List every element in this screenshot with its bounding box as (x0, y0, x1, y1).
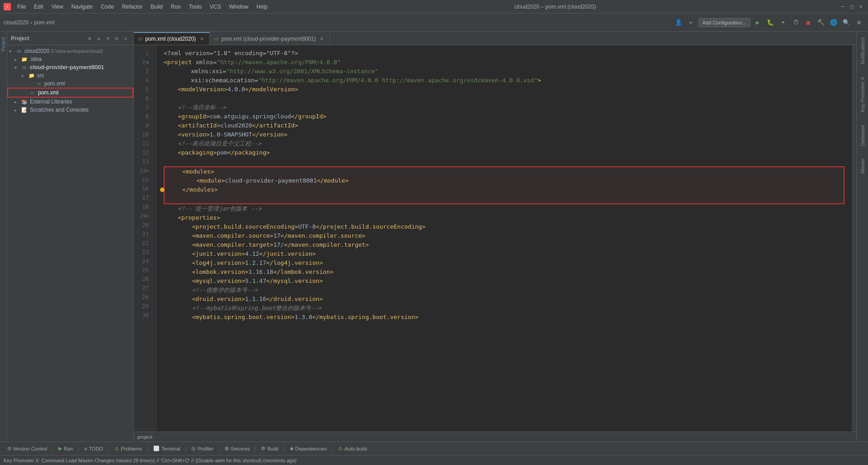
sep-9 (332, 446, 333, 452)
ln-4: 4 (134, 76, 152, 85)
scrollbar[interactable] (852, 45, 856, 432)
menu-navigate[interactable]: Navigate (68, 2, 96, 11)
ln-12: 12 (134, 148, 152, 157)
menu-help[interactable]: Help (253, 2, 271, 11)
panel-settings-icon[interactable]: ⚙ (113, 34, 121, 42)
tree-label-pom-child: pom.xml (44, 80, 65, 87)
ln-10: 10 (134, 130, 152, 139)
code-line-11: <!--表示此项目是个父工程--> (164, 139, 844, 148)
todo-tool[interactable]: ≡ TODO (80, 445, 107, 453)
close-button[interactable]: ✕ (857, 3, 864, 10)
maximize-button[interactable]: □ (848, 3, 855, 10)
bullet-indicator (160, 188, 165, 192)
run-tool[interactable]: ▶ Run (55, 444, 76, 453)
tree-item-pom-child[interactable]: ▸ m pom.xml (7, 80, 133, 88)
menu-view[interactable]: View (48, 2, 67, 11)
tree-item-cloud2020[interactable]: ▾ m cloud2020 E:\idea-workspace\cloud2 (7, 47, 133, 55)
ln-28: 28 (134, 293, 152, 302)
todo-label: TODO (89, 446, 104, 451)
minimize-button[interactable]: ─ (839, 3, 846, 10)
tab-close-pom-payment8001[interactable]: ✕ (319, 36, 325, 42)
code-content[interactable]: <?xml version="1.0" encoding="UTF-8"?> <… (156, 45, 852, 432)
menu-run[interactable]: Run (167, 2, 184, 11)
menu-code[interactable]: Code (97, 2, 118, 11)
code-line-16: </modules> (168, 185, 840, 194)
dependencies-label: Dependencies (295, 446, 327, 451)
expand-icon[interactable]: ⇈ (104, 34, 112, 42)
tree-arrow-src: ▸ (22, 73, 27, 78)
scope-icon[interactable]: ⊕ (85, 34, 94, 42)
tree-item-pom-root[interactable]: ▸ m pom.xml (7, 88, 133, 98)
project-panel-tab[interactable]: Project (0, 35, 7, 53)
ln-14: 14 ▾ (134, 166, 152, 175)
menu-bar: File Edit View Navigate Code Refactor Bu… (14, 2, 271, 11)
tree-arrow-ext-libs: ▸ (14, 99, 20, 104)
tree-item-scratches[interactable]: ▸ 📝 Scratches and Consoles (7, 106, 133, 114)
right-sidebar-notifications[interactable]: Notifications (859, 35, 866, 66)
search-icon[interactable]: 🔍 (841, 17, 852, 28)
code-line-22: <maven.compiler.target>17/</maven.compil… (164, 240, 844, 249)
tree-label-pom-root: pom.xml (38, 89, 58, 96)
tree-label-payment8001: cloud-provider-payment8001 (30, 64, 104, 70)
services-icon: ⊞ (225, 446, 229, 451)
bottom-toolbar: ⊘ Version Control ▶ Run ≡ TODO ⚠ Problem… (0, 442, 868, 455)
dependencies-tool[interactable]: ◈ Dependencies (286, 444, 330, 453)
editor-area: m pom.xml (cloud2020) ✕ m pom.xml (cloud… (134, 32, 856, 442)
ln-22: 22 (134, 239, 152, 248)
breadcrumb-file: pom.xml (34, 19, 54, 26)
terminal-label: Terminal (161, 446, 180, 451)
right-sidebar-key-promoter[interactable]: Key Promoter X (859, 75, 866, 114)
build-icon: ⚙ (261, 446, 265, 451)
stop-button[interactable]: ■ (803, 17, 814, 28)
toolbar: cloud2020 › pom.xml 👤 ← Add Configuratio… (0, 14, 868, 32)
menu-file[interactable]: File (14, 2, 29, 11)
settings-icon[interactable]: ⚙ (854, 17, 864, 28)
coverage-button[interactable]: ☂ (778, 17, 788, 28)
run-button[interactable]: ▶ (752, 17, 763, 28)
tab-pom-payment8001[interactable]: m pom.xml (cloud-provider-payment8001) ✕ (210, 32, 330, 45)
tree-item-idea[interactable]: ▸ 📁 .idea (7, 55, 133, 63)
services-tool[interactable]: ⊞ Services (221, 444, 253, 453)
tab-pom-cloud2020[interactable]: m pom.xml (cloud2020) ✕ (134, 32, 210, 45)
sep-5 (185, 446, 186, 452)
ln-6: 6 (134, 94, 152, 103)
menu-edit[interactable]: Edit (30, 2, 47, 11)
profiler-tool[interactable]: ◎ Profiler (188, 444, 217, 453)
translate-icon[interactable]: 🌐 (828, 17, 839, 28)
menu-vcs[interactable]: VCS (206, 2, 225, 11)
tab-close-pom-cloud2020[interactable]: ✕ (198, 36, 205, 42)
ln-20: 20 (134, 221, 152, 230)
ln-24: 24 (134, 257, 152, 266)
right-sidebar-database[interactable]: Database (859, 123, 866, 148)
auto-build-tool[interactable]: ⚠ Auto-build (335, 444, 371, 453)
menu-tools[interactable]: Tools (185, 2, 205, 11)
profiler-button[interactable]: ⏱ (790, 17, 801, 28)
tree-item-payment8001[interactable]: ▾ m cloud-provider-payment8001 (7, 63, 133, 71)
code-line-20: <project.build.sourceEncoding>UTF-8</pro… (164, 222, 844, 231)
tree-item-ext-libs[interactable]: ▸ 📚 External Libraries (7, 98, 133, 106)
tab-label-pom-payment8001: pom.xml (cloud-provider-payment8001) (221, 36, 316, 42)
folder-icon-src: 📁 (28, 72, 35, 79)
menu-window[interactable]: Window (226, 2, 252, 11)
tree-item-src[interactable]: ▸ 📁 src (7, 71, 133, 80)
run-label: Run (64, 446, 73, 451)
panel-close-icon[interactable]: ✕ (122, 34, 130, 42)
add-configuration-button[interactable]: Add Configuration... (698, 18, 750, 27)
xml-icon-pom-root: m (29, 89, 36, 96)
profile-icon[interactable]: 👤 (673, 17, 684, 28)
version-control-tool[interactable]: ⊘ Version Control (4, 444, 51, 453)
menu-build[interactable]: Build (147, 2, 166, 11)
problems-tool[interactable]: ⚠ Problems (111, 444, 145, 453)
right-sidebar-maven[interactable]: Maven (859, 157, 866, 175)
build-tool[interactable]: ⚙ Build (257, 444, 282, 453)
back-icon[interactable]: ← (686, 17, 697, 28)
collapse-all-icon[interactable]: ⇊ (94, 34, 103, 42)
menu-refactor[interactable]: Refactor (118, 2, 146, 11)
debug-button[interactable]: 🐛 (765, 17, 776, 28)
ln-25: 25 (134, 266, 152, 275)
title-bar: ⚡ File Edit View Navigate Code Refactor … (0, 0, 868, 14)
build-project-icon[interactable]: 🔨 (816, 17, 826, 28)
tree-label-ext-libs: External Libraries (30, 99, 72, 105)
code-editor: 1 2 m 3 4 5 6 7 8 9 10 11 12 13 14 ▾ 15 … (134, 45, 856, 432)
terminal-tool[interactable]: ⬜ Terminal (150, 444, 184, 453)
